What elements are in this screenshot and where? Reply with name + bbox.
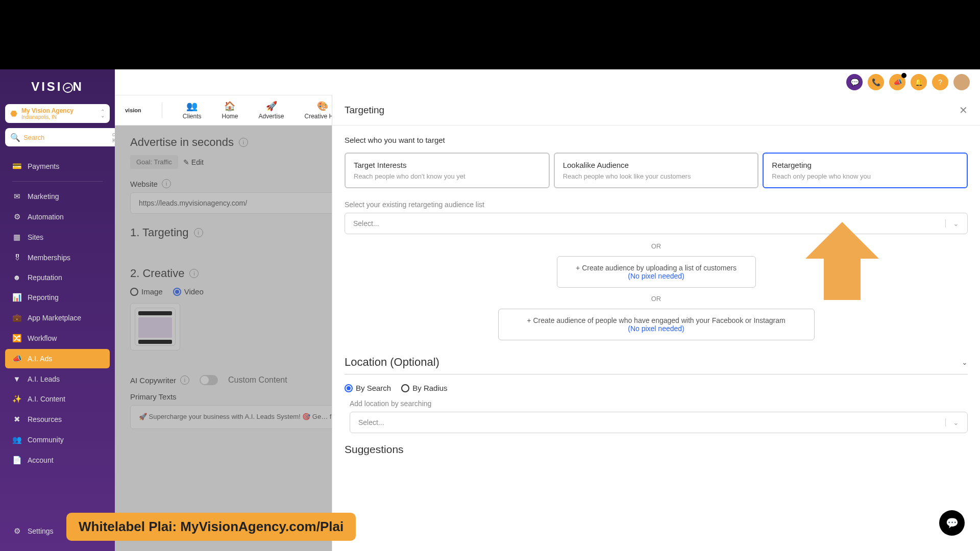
subtool-home[interactable]: 🏠Home <box>222 101 238 120</box>
rocket-icon: 🚀 <box>266 101 277 112</box>
sidebar: VISIN ⬣ My Vision Agency Indianapolis, I… <box>0 69 115 551</box>
nav-memberships[interactable]: 🎖Memberships <box>5 248 110 267</box>
location-select[interactable]: Select... ⌄ <box>350 412 968 433</box>
search-icon: 🔍 <box>10 133 20 142</box>
card-lookalike[interactable]: Lookalike Audience Reach people who look… <box>554 153 759 188</box>
card-target-interests[interactable]: Target Interests Reach people who don't … <box>345 153 550 188</box>
nav-resources[interactable]: ✖Resources <box>5 410 110 429</box>
nav-community[interactable]: 👥Community <box>5 430 110 449</box>
suggestions-head: Suggestions <box>345 443 968 456</box>
logo: VISIN <box>5 80 110 94</box>
chevron-down-icon: ⌄ <box>945 219 959 228</box>
community-icon: 👥 <box>12 435 21 444</box>
subtool-logo: vision <box>125 107 141 113</box>
chat-fab[interactable]: 💬 <box>939 510 965 536</box>
content-icon: ✨ <box>12 394 21 404</box>
megaphone-icon: 📣 <box>12 354 21 363</box>
megaphone-icon[interactable]: 📣 <box>889 74 905 90</box>
clients-icon: 👥 <box>186 101 198 112</box>
payments-icon: 💳 <box>12 162 21 171</box>
nav-aiads[interactable]: 📣A.I. Ads <box>5 349 110 368</box>
nav-reputation[interactable]: ☻Reputation <box>5 268 110 287</box>
avatar[interactable] <box>953 74 970 90</box>
subtool-advertise[interactable]: 🚀Advertise <box>259 101 284 120</box>
add-location-label: Add location by searching <box>350 399 968 408</box>
who-label: Select who you want to target <box>345 136 968 144</box>
modal-title: Targeting <box>345 105 384 116</box>
phone-icon[interactable]: 📞 <box>868 74 884 90</box>
targeting-modal: Targeting ✕ Select who you want to targe… <box>332 95 980 551</box>
resources-icon: ✖ <box>12 415 21 424</box>
location-mode-radios: By Search By Radius <box>345 384 968 392</box>
logo-text: VISIN <box>31 80 84 93</box>
search-field[interactable] <box>23 134 109 141</box>
gear-icon: ⚙ <box>12 527 21 536</box>
card-retargeting[interactable]: Retargeting Reach only people who know y… <box>763 153 968 188</box>
sites-icon: ▦ <box>12 233 21 242</box>
help-icon[interactable]: ? <box>932 74 948 90</box>
workflow-icon: 🔀 <box>12 334 21 343</box>
subtool-clients[interactable]: 👥Clients <box>183 101 202 120</box>
header-icons: 💬 📞 📣 🔔 ? <box>846 69 970 95</box>
account-icon: 📄 <box>12 456 21 465</box>
create-engagement-audience[interactable]: + Create audience of people who have eng… <box>498 309 815 340</box>
whitelabel-banner: Whitelabel Plai: MyVisionAgency.com/Plai <box>66 513 356 541</box>
location-name: My Vision Agency <box>21 107 96 114</box>
create-upload-list[interactable]: + Create audience by uploading a list of… <box>557 256 756 288</box>
nav-aicontent[interactable]: ✨A.I. Content <box>5 389 110 409</box>
location-section-head[interactable]: Location (Optional) ⌄ <box>345 356 968 369</box>
top-black-bar <box>0 0 980 69</box>
funnel-icon: ▼ <box>12 374 21 383</box>
memberships-icon: 🎖 <box>12 253 21 262</box>
location-sub: Indianapolis, IN <box>21 114 96 120</box>
chevron-down-icon: ⌄ <box>945 418 959 427</box>
existing-list-label: Select your existing retargeting audienc… <box>345 201 968 209</box>
nav-reporting[interactable]: 📊Reporting <box>5 288 110 307</box>
reputation-icon: ☻ <box>12 273 21 282</box>
chevron-down-icon: ⌄ <box>962 358 968 366</box>
nav-workflow[interactable]: 🔀Workflow <box>5 329 110 348</box>
nav-automation[interactable]: ⚙Automation <box>5 207 110 227</box>
search-input[interactable]: 🔍 ctrl K <box>5 128 125 146</box>
nav-payments[interactable]: 💳Payments <box>5 157 110 176</box>
palette-icon: 🎨 <box>317 101 328 112</box>
automation-icon: ⚙ <box>12 212 21 221</box>
nav-marketing[interactable]: ✉Marketing <box>5 187 110 206</box>
radio-by-search[interactable]: By Search <box>345 384 391 392</box>
mail-icon: ✉ <box>12 192 21 201</box>
arrow-callout <box>796 217 888 311</box>
location-selector[interactable]: ⬣ My Vision Agency Indianapolis, IN ⌃⌄ <box>5 104 110 123</box>
main: vision 👥Clients 🏠Home 🚀Advertise 🎨Creati… <box>115 69 980 551</box>
nav-account[interactable]: 📄Account <box>5 450 110 470</box>
reporting-icon: 📊 <box>12 293 21 302</box>
nav-sites[interactable]: ▦Sites <box>5 228 110 247</box>
chevron-updown-icon: ⌃⌄ <box>101 110 105 118</box>
radio-by-radius[interactable]: By Radius <box>401 384 447 392</box>
marketplace-icon: 💼 <box>12 313 21 322</box>
chat-icon[interactable]: 💬 <box>846 74 863 90</box>
pin-icon: ⬣ <box>10 109 17 118</box>
home-icon: 🏠 <box>224 101 235 112</box>
close-icon[interactable]: ✕ <box>959 104 968 116</box>
nav-aileads[interactable]: ▼A.I. Leads <box>5 369 110 388</box>
divider <box>345 374 968 374</box>
nav-divider <box>12 181 103 182</box>
nav: 💳Payments ✉Marketing ⚙Automation ▦Sites … <box>5 157 110 470</box>
bell-icon[interactable]: 🔔 <box>911 74 927 90</box>
nav-marketplace[interactable]: 💼App Marketplace <box>5 308 110 328</box>
